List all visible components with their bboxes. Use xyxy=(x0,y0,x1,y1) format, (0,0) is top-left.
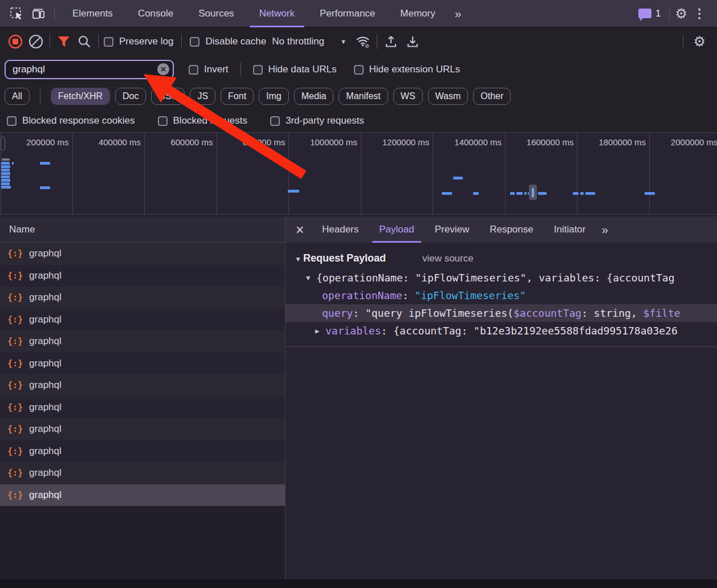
waterfall-bar[interactable] xyxy=(573,192,579,195)
request-row[interactable]: {:}graphql xyxy=(0,309,285,331)
filter-icon[interactable] xyxy=(55,33,72,50)
waterfall-bar[interactable] xyxy=(1,186,11,189)
request-payload-section[interactable]: ▼ Request Payload view source xyxy=(295,252,717,264)
filter-chip-other[interactable]: Other xyxy=(473,88,511,105)
invert-checkbox[interactable]: Invert xyxy=(189,64,229,75)
detail-tab-headers[interactable]: Headers xyxy=(312,217,369,243)
close-icon[interactable]: × xyxy=(288,222,312,238)
request-row[interactable]: {:}graphql xyxy=(0,397,285,419)
waterfall-bar[interactable] xyxy=(516,192,523,195)
tab-network[interactable]: Network xyxy=(247,0,307,27)
blocked-requests-checkbox[interactable]: Blocked requests xyxy=(158,115,247,126)
filter-chip-css[interactable]: CSS xyxy=(151,88,185,105)
clear-network-log-icon[interactable] xyxy=(27,33,44,50)
record-network-log-icon[interactable] xyxy=(7,33,24,50)
waterfall-bar[interactable] xyxy=(1,179,10,182)
request-row[interactable]: {:}graphql xyxy=(0,440,285,463)
timeline-edge-handle[interactable] xyxy=(1,137,5,150)
filter-chip-all[interactable]: All xyxy=(5,88,30,105)
tab-elements[interactable]: Elements xyxy=(60,0,125,27)
throttling-select[interactable]: No throttling ▼ xyxy=(272,36,347,47)
detail-tab-preview[interactable]: Preview xyxy=(425,217,479,243)
detail-tab-payload[interactable]: Payload xyxy=(369,217,424,243)
3rd-party-requests-checkbox[interactable]: 3rd-party requests xyxy=(270,115,364,126)
request-row[interactable]: {:}graphql xyxy=(0,265,285,287)
waterfall-bar[interactable] xyxy=(1,175,10,178)
waterfall-bar[interactable] xyxy=(442,192,452,195)
collapse-triangle-icon[interactable]: ▼ xyxy=(306,274,316,282)
filter-chip-ws[interactable]: WS xyxy=(393,88,423,105)
selected-request-marker[interactable] xyxy=(529,185,537,200)
hide-extension-urls-checkbox[interactable]: Hide extension URLs xyxy=(354,64,461,75)
waterfall-bar[interactable] xyxy=(1,182,10,185)
waterfall-bar[interactable] xyxy=(524,192,527,195)
waterfall-bar[interactable] xyxy=(473,192,479,195)
view-source-link[interactable]: view source xyxy=(422,253,474,264)
import-har-icon[interactable] xyxy=(382,33,400,50)
waterfall-bar[interactable] xyxy=(1,162,10,165)
detail-tab-initiator[interactable]: Initiator xyxy=(544,217,596,243)
waterfall-bar[interactable] xyxy=(12,162,14,165)
filter-chip-img[interactable]: Img xyxy=(259,88,289,105)
blocked-response-cookies-checkbox[interactable]: Blocked response cookies xyxy=(7,115,135,126)
waterfall-bar[interactable] xyxy=(40,162,50,165)
request-row[interactable]: {:}graphql xyxy=(0,462,285,484)
tab-memory[interactable]: Memory xyxy=(388,0,447,27)
request-row[interactable]: {:}graphql xyxy=(0,243,285,265)
filter-chip-js[interactable]: JS xyxy=(190,88,215,105)
device-toolbar-icon[interactable] xyxy=(27,4,49,23)
filter-chip-doc[interactable]: Doc xyxy=(115,88,146,105)
waterfall-bar[interactable] xyxy=(2,158,10,161)
search-icon[interactable] xyxy=(76,33,93,50)
request-row[interactable]: {:}graphql xyxy=(0,374,285,397)
disable-cache-checkbox[interactable]: Disable cache xyxy=(190,36,266,47)
request-row[interactable]: {:}graphql xyxy=(0,418,285,440)
filter-chip-manifest[interactable]: Manifest xyxy=(339,88,388,105)
waterfall-bar[interactable] xyxy=(453,177,463,179)
request-row[interactable]: {:}graphql xyxy=(0,353,285,375)
issues-message-icon[interactable] xyxy=(638,9,651,18)
payload-row[interactable]: operationName: "ipFlowTimeseries" xyxy=(286,287,717,304)
waterfall-bar[interactable] xyxy=(1,172,10,175)
waterfall-bar[interactable] xyxy=(580,192,584,195)
preserve-log-checkbox[interactable]: Preserve log xyxy=(104,36,173,47)
more-detail-tabs-icon[interactable]: » xyxy=(596,223,614,236)
waterfall-bar[interactable] xyxy=(528,192,529,195)
clear-filter-icon[interactable]: × xyxy=(157,63,169,75)
filter-chip-font[interactable]: Font xyxy=(221,88,254,105)
tab-console[interactable]: Console xyxy=(125,0,186,27)
network-conditions-icon[interactable]: ⚙ xyxy=(355,33,372,50)
network-filter-input[interactable] xyxy=(11,63,154,76)
filter-chip-media[interactable]: Media xyxy=(294,88,334,105)
waterfall-bar[interactable] xyxy=(40,186,50,189)
waterfall-bar[interactable] xyxy=(645,192,655,195)
detail-tab-response[interactable]: Response xyxy=(479,217,544,243)
issues-count[interactable]: 1 xyxy=(655,8,661,19)
hide-data-urls-checkbox[interactable]: Hide data URLs xyxy=(253,64,337,75)
expand-triangle-icon[interactable]: ▶ xyxy=(315,327,325,335)
more-menu-icon[interactable]: ⋮ xyxy=(687,6,711,21)
request-row[interactable]: {:}graphql xyxy=(0,330,285,353)
request-row[interactable]: {:}graphql xyxy=(0,287,285,309)
waterfall-bar[interactable] xyxy=(510,192,515,195)
waterfall-bar[interactable] xyxy=(585,192,595,195)
tab-sources[interactable]: Sources xyxy=(186,0,246,27)
waterfall-bar[interactable] xyxy=(1,169,10,172)
network-settings-icon[interactable]: ⚙ xyxy=(689,35,710,48)
inspect-element-icon[interactable] xyxy=(6,4,27,23)
tab-performance[interactable]: Performance xyxy=(307,0,388,27)
filter-chip-wasm[interactable]: Wasm xyxy=(428,88,469,105)
settings-icon[interactable]: ⚙ xyxy=(675,7,687,21)
filter-chip-fetch-xhr[interactable]: Fetch/XHR xyxy=(51,88,110,105)
export-har-icon[interactable] xyxy=(404,33,421,50)
name-column-header[interactable]: Name xyxy=(0,217,285,243)
more-tabs-icon[interactable]: » xyxy=(448,7,469,21)
request-row[interactable]: {:}graphql xyxy=(0,484,285,507)
waterfall-bar[interactable] xyxy=(538,192,547,195)
payload-row[interactable]: ▶variables: {accountTag: "b12e3b2192ee55… xyxy=(286,322,717,340)
waterfall-bar[interactable] xyxy=(1,165,10,168)
payload-row[interactable]: ▼{operationName: "ipFlowTimeseries", var… xyxy=(286,269,717,287)
waterfall-bar[interactable] xyxy=(288,190,299,193)
payload-row[interactable]: query: "query ipFlowTimeseries($accountT… xyxy=(286,304,717,322)
network-overview-timeline[interactable]: 200000 ms400000 ms600000 ms800000 ms1000… xyxy=(0,132,717,215)
